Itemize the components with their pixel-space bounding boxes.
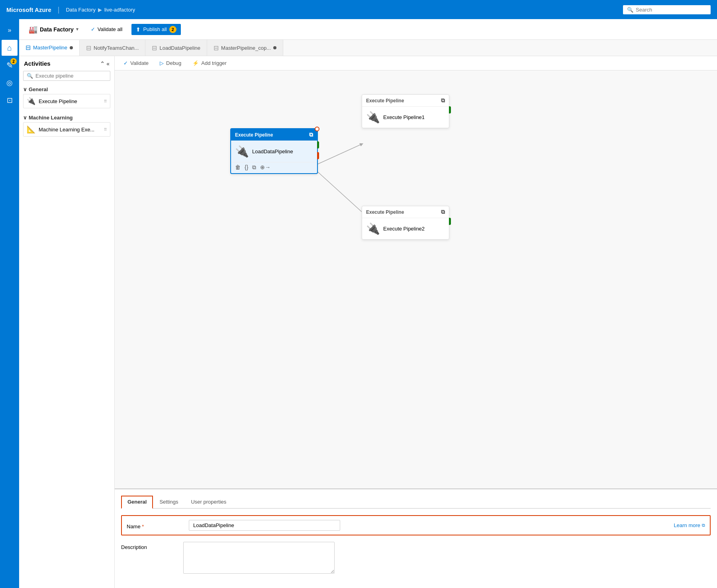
edit-badge: 2 xyxy=(10,58,17,64)
name-label-text: Name xyxy=(127,524,141,529)
node-fail-indicator xyxy=(317,152,319,159)
breadcrumb: Data Factory ▶ live-adfactory xyxy=(66,7,135,13)
sidebar-expand-collapse[interactable]: » xyxy=(2,22,18,38)
general-title: General xyxy=(29,86,48,92)
node-loaddatapipeline-title: Execute Pipeline xyxy=(235,132,273,138)
publish-badge: 2 xyxy=(169,26,176,33)
monitor-icon: ◎ xyxy=(6,78,13,87)
factory-name: Data Factory xyxy=(40,26,74,33)
activities-panel: Activities ⌃ « 🔍 ∨ General xyxy=(19,56,115,588)
tab-notifyteams[interactable]: ⊟ NotifyTeamsChan... xyxy=(80,40,145,56)
ml-drag-handle-icon[interactable]: ⠿ xyxy=(104,127,107,132)
breadcrumb-datafactory[interactable]: Data Factory xyxy=(66,7,95,13)
node-external-link-icon[interactable]: ⧉ xyxy=(309,131,313,138)
node-ep2-label: Execute Pipeline2 xyxy=(383,226,425,232)
activities-search-input[interactable] xyxy=(35,73,107,79)
node-executepipeline2[interactable]: Execute Pipeline ⧉ 🔌 Execute Pipeline2 xyxy=(362,206,449,240)
activities-header: Activities ⌃ « xyxy=(19,56,114,71)
tab-mastercop-dot xyxy=(273,46,276,49)
svg-line-1 xyxy=(318,172,362,212)
home-icon: ⌂ xyxy=(7,43,12,53)
factory-selector[interactable]: 🏭 Data Factory ▾ xyxy=(25,23,82,35)
search-bar[interactable]: 🔍 xyxy=(623,5,711,14)
ml-section-title: ∨ Machine Learning xyxy=(23,115,110,121)
node-success-indicator xyxy=(317,141,319,148)
add-trigger-button[interactable]: ⚡ Add trigger xyxy=(190,59,229,67)
pipeline-layout: Activities ⌃ « 🔍 ∨ General xyxy=(19,56,717,588)
node-loaddatapipeline-actions: 🗑 {} ⧉ ⊕→ xyxy=(231,162,317,173)
node-ep1-external-icon[interactable]: ⧉ xyxy=(441,97,445,104)
debug-button[interactable]: ▷ Debug xyxy=(157,59,184,67)
publish-all-label: Publish all xyxy=(143,26,167,32)
tab-user-properties[interactable]: User properties xyxy=(184,496,233,509)
activities-search-icon: 🔍 xyxy=(27,73,33,79)
validate-icon: ✓ xyxy=(91,26,95,32)
publish-all-button[interactable]: ⬆ Publish all 2 xyxy=(131,24,180,35)
node-ep2-external-icon[interactable]: ⧉ xyxy=(441,209,445,215)
pipeline-canvas[interactable]: Execute Pipeline ⧉ 🔌 LoadDataPipeline 🗑 … xyxy=(115,70,717,488)
brand-name: Microsoft Azure xyxy=(6,6,51,13)
tab-masterpipelinecop[interactable]: ⊟ MasterPipeline_cop... xyxy=(207,40,283,56)
node-params-icon[interactable]: {} xyxy=(245,164,248,171)
tab-notifyteams-icon: ⊟ xyxy=(86,44,91,52)
validate-all-button[interactable]: ✓ Validate all xyxy=(86,24,127,34)
sidebar-item-home[interactable]: ⌂ xyxy=(2,40,18,56)
sidebar-item-manage[interactable]: ⊡ xyxy=(2,92,18,108)
node-clone-icon[interactable]: ⧉ xyxy=(252,164,256,171)
canvas-area: ✓ Validate ▷ Debug ⚡ Add trigger xyxy=(115,56,717,588)
name-input[interactable] xyxy=(189,520,340,531)
ml-execute-label: Machine Learning Exe... xyxy=(39,127,94,133)
pipeline-tabs: ⊟ MasterPipeline ⊟ NotifyTeamsChan... ⊟ … xyxy=(19,40,717,56)
breadcrumb-instance: live-adfactory xyxy=(104,7,135,13)
description-input[interactable] xyxy=(183,542,335,574)
nav-divider: | xyxy=(58,6,60,14)
properties-tabs: General Settings User properties xyxy=(121,496,711,509)
node-add-activity-icon[interactable]: ⊕→ xyxy=(260,164,270,171)
validate-button[interactable]: ✓ Validate xyxy=(121,59,151,67)
node-pipeline-icon: 🔌 xyxy=(235,145,249,158)
search-input[interactable] xyxy=(636,7,707,13)
execute-pipeline-activity[interactable]: 🔌 Execute Pipeline ⠿ xyxy=(23,94,110,108)
ml-execute-activity[interactable]: 📐 Machine Learning Exe... ⠿ xyxy=(23,122,110,137)
node-loaddatapipeline[interactable]: Execute Pipeline ⧉ 🔌 LoadDataPipeline 🗑 … xyxy=(230,128,318,174)
learn-more-link[interactable]: Learn more ⧉ xyxy=(674,522,705,528)
tab-load-icon: ⊟ xyxy=(152,44,157,52)
collapse-up-icon[interactable]: ⌃ xyxy=(100,61,105,67)
sidebar-item-edit[interactable]: ✎ 2 xyxy=(2,57,18,73)
ml-collapse-icon[interactable]: ∨ xyxy=(23,115,27,121)
node-executepipeline1[interactable]: Execute Pipeline ⧉ 🔌 Execute Pipeline1 xyxy=(362,94,449,128)
factory-dropdown-icon: ▾ xyxy=(76,27,78,32)
node-ep1-icon: 🔌 xyxy=(366,111,380,124)
tab-user-properties-label: User properties xyxy=(191,499,226,505)
general-collapse-icon[interactable]: ∨ xyxy=(23,86,27,92)
tab-settings[interactable]: Settings xyxy=(153,496,184,509)
tab-general[interactable]: General xyxy=(121,496,153,509)
execute-pipeline-label: Execute Pipeline xyxy=(39,98,77,104)
node-ep1-body: 🔌 Execute Pipeline1 xyxy=(362,107,449,128)
external-link-icon: ⧉ xyxy=(702,523,705,528)
node-loaddatapipeline-body: 🔌 LoadDataPipeline xyxy=(231,141,317,162)
node-delete-icon[interactable]: 🗑 xyxy=(235,164,241,171)
sidebar-item-monitor[interactable]: ◎ xyxy=(2,75,18,91)
collapse-left-icon[interactable]: « xyxy=(106,61,110,67)
execute-pipeline-icon: 🔌 xyxy=(27,97,35,105)
node-ep2-icon: 🔌 xyxy=(366,222,380,235)
learn-more-text: Learn more xyxy=(674,522,700,528)
debug-play-icon: ▷ xyxy=(160,60,164,66)
top-navigation: Microsoft Azure | Data Factory ▶ live-ad… xyxy=(0,0,717,19)
tab-masterpipeline[interactable]: ⊟ MasterPipeline xyxy=(19,40,80,56)
node-ep1-label: Execute Pipeline1 xyxy=(383,114,425,120)
node-ep2-header: Execute Pipeline ⧉ xyxy=(362,206,449,218)
tab-loaddatapipeline[interactable]: ⊟ LoadDataPipeline xyxy=(145,40,207,56)
description-label: Description xyxy=(121,542,177,550)
validate-label: Validate xyxy=(130,60,149,66)
factory-icon: 🏭 xyxy=(29,25,37,34)
drag-handle-icon[interactable]: ⠿ xyxy=(104,99,107,104)
ml-icon: 📐 xyxy=(27,125,35,134)
breadcrumb-separator: ▶ xyxy=(98,7,102,13)
tab-masterpipeline-label: MasterPipeline xyxy=(33,45,67,51)
node-ep2-body: 🔌 Execute Pipeline2 xyxy=(362,218,449,239)
name-form-row: Name * xyxy=(127,520,668,531)
tab-mastercop-icon: ⊟ xyxy=(214,44,219,52)
node-loaddatapipeline-label: LoadDataPipeline xyxy=(252,148,293,154)
